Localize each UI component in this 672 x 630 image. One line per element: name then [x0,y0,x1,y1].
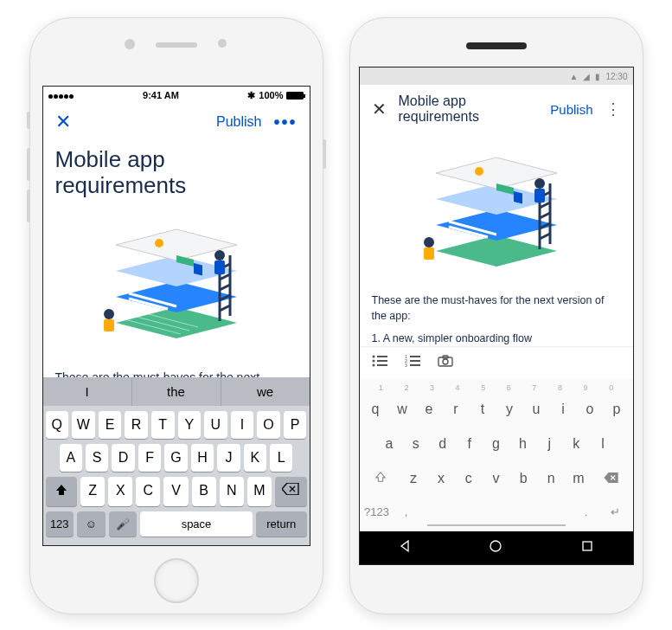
key-k[interactable]: k [564,428,589,460]
enter-key[interactable]: ↵ [602,498,630,526]
suggestion-2[interactable]: the [132,377,221,406]
svg-point-21 [104,309,114,319]
emoji-key[interactable]: ☺ [77,511,106,537]
key-q[interactable]: q [363,394,388,425]
key-b[interactable]: b [510,463,536,494]
backspace-key[interactable] [593,463,630,494]
key-q[interactable]: Q [46,411,69,439]
shift-key[interactable] [363,463,400,494]
period-key[interactable]: . [573,498,600,526]
key-e[interactable]: E [99,411,122,439]
key-h[interactable]: h [510,428,535,460]
key-n[interactable]: N [220,477,244,506]
dictation-key[interactable]: 🎤 [109,511,138,537]
key-n[interactable]: n [538,463,564,494]
document-content[interactable]: These are the must-haves for the next ve… [360,133,633,346]
svg-line-18 [220,305,230,311]
return-key[interactable]: return [256,511,307,537]
symbols-key[interactable]: ?123 [363,498,391,526]
key-a[interactable]: a [377,428,402,460]
suggestion-1[interactable]: I [43,377,132,406]
key-v[interactable]: v [483,463,509,494]
intro-paragraph[interactable]: These are the must-haves for the next ve… [55,369,298,377]
key-m[interactable]: M [247,477,272,506]
key-m[interactable]: m [566,463,592,494]
key-e[interactable]: e [417,394,442,425]
intro-paragraph[interactable]: These are the must-haves for the next ve… [372,292,621,324]
key-z[interactable]: Z [80,477,105,506]
comma-key[interactable]: , [393,498,420,526]
body-text[interactable]: These are the must-haves for the next ve… [372,292,621,346]
key-h[interactable]: H [191,444,214,472]
key-t[interactable]: T [151,411,175,439]
space-key[interactable]: space [140,511,253,537]
list-item-1[interactable]: 1. A new, simpler onboarding flow [372,331,621,346]
key-f[interactable]: f [457,428,482,460]
key-r[interactable]: R [125,411,148,439]
key-l[interactable]: l [591,428,616,460]
more-actions-button[interactable]: ••• [273,112,297,132]
shift-icon [374,471,387,483]
key-b[interactable]: B [192,477,216,506]
key-x[interactable]: X [108,477,132,506]
key-u[interactable]: U [204,411,227,439]
backspace-key[interactable] [275,477,307,506]
key-s[interactable]: S [86,444,108,472]
key-y[interactable]: Y [178,411,202,439]
key-c[interactable]: C [136,477,160,506]
svg-rect-48 [377,360,387,362]
back-button[interactable] [398,539,412,556]
key-f[interactable]: F [138,444,161,472]
camera-button[interactable] [438,354,453,371]
key-d[interactable]: D [112,444,134,472]
document-content[interactable]: Mobile app requirements [43,140,310,377]
space-key[interactable] [427,498,566,526]
close-button[interactable]: ✕ [372,99,387,119]
key-y[interactable]: y [497,394,522,425]
bullet-list-button[interactable] [372,354,387,371]
svg-line-16 [220,285,230,290]
key-g[interactable]: G [164,444,187,472]
key-k[interactable]: K [244,444,266,472]
svg-rect-20 [214,260,225,274]
key-t[interactable]: t [470,394,496,425]
key-o[interactable]: O [257,411,280,439]
more-actions-button[interactable]: ⋮ [605,100,621,119]
overview-button[interactable] [580,539,594,556]
key-i[interactable]: i [551,394,576,425]
numbered-list-button[interactable]: 123 [405,354,420,371]
home-button[interactable] [489,539,502,556]
key-x[interactable]: x [428,463,454,494]
key-p[interactable]: P [284,411,307,439]
key-s[interactable]: s [403,428,428,460]
key-g[interactable]: g [483,428,509,460]
close-button[interactable]: ✕ [55,111,71,133]
key-p[interactable]: p [605,394,630,425]
key-l[interactable]: L [270,444,292,472]
page-title[interactable]: Mobile app requirements [55,147,298,199]
key-j[interactable]: J [217,444,240,472]
key-d[interactable]: d [430,428,455,460]
key-z[interactable]: z [400,463,426,494]
iphone-home-button[interactable] [154,558,199,603]
key-i[interactable]: I [231,411,254,439]
key-v[interactable]: V [163,477,188,506]
svg-line-15 [220,274,230,280]
key-c[interactable]: c [456,463,482,494]
publish-button[interactable]: Publish [550,102,592,117]
key-j[interactable]: j [537,428,562,460]
android-keyboard: 1234567890 q w e r t y u i o p a s d f g… [360,378,633,531]
suggestion-3[interactable]: we [221,377,310,406]
numbers-key[interactable]: 123 [46,511,74,537]
svg-rect-56 [410,364,420,366]
key-w[interactable]: W [72,411,95,439]
key-a[interactable]: A [60,444,82,472]
shift-key[interactable] [46,477,78,506]
key-u[interactable]: u [524,394,549,425]
iphone-camera [125,39,135,49]
key-o[interactable]: o [578,394,603,425]
publish-button[interactable]: Publish [216,114,261,130]
key-w[interactable]: w [390,394,415,425]
body-text[interactable]: These are the must-haves for the next ve… [55,369,298,377]
key-r[interactable]: r [444,394,469,425]
